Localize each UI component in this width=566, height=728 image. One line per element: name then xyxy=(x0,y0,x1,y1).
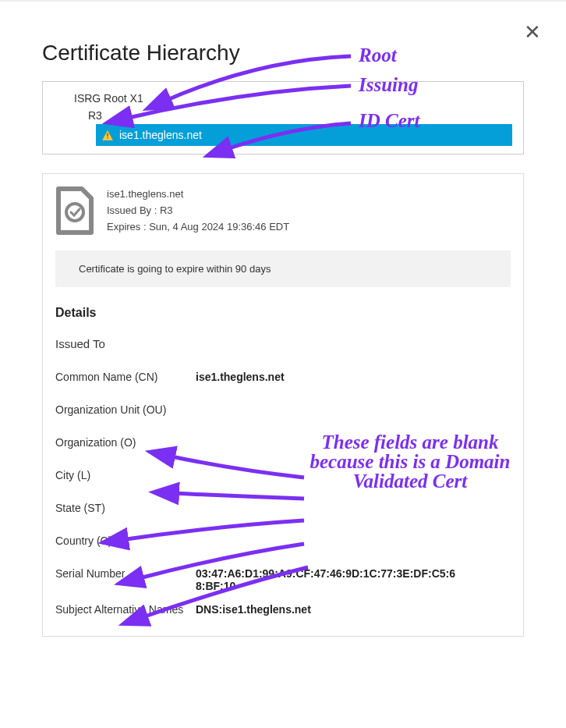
field-value-cn: ise1.theglens.net xyxy=(196,371,285,383)
svg-rect-1 xyxy=(107,133,108,137)
field-label-ou: Organization Unit (OU) xyxy=(55,403,196,416)
svg-point-3 xyxy=(66,204,83,221)
annotation-root: Root xyxy=(359,45,397,65)
arrow-c xyxy=(129,563,316,626)
cert-subject: ise1.theglens.net xyxy=(107,186,289,203)
arrow-idcert xyxy=(210,119,359,158)
field-cn: Common Name (CN) ise1.theglens.net xyxy=(55,371,511,383)
annotation-issuing: Issuing xyxy=(359,75,418,94)
annotation-blank: These fields are blank because this is a… xyxy=(309,432,511,491)
cert-header: ise1.theglens.net Issued By : R3 Expires… xyxy=(55,186,511,235)
field-ou: Organization Unit (OU) xyxy=(55,403,511,416)
warning-icon xyxy=(102,130,113,140)
expire-banner: Certificate is going to expire within 90… xyxy=(55,250,511,287)
svg-rect-2 xyxy=(107,137,108,139)
cert-expires: Expires : Sun, 4 Aug 2024 19:36:46 EDT xyxy=(107,219,289,236)
cert-icon xyxy=(55,186,94,235)
arrow-o xyxy=(160,479,308,510)
cert-issued-by: Issued By : R3 xyxy=(107,203,289,219)
field-label-cn: Common Name (CN) xyxy=(55,371,196,383)
hierarchy-leaf-label: ise1.theglens.net xyxy=(119,129,202,141)
close-icon[interactable]: ✕ xyxy=(524,20,541,44)
annotation-idcert: ID Cert xyxy=(359,111,419,130)
details-heading: Details xyxy=(55,306,511,320)
issued-to-heading: Issued To xyxy=(55,337,511,350)
